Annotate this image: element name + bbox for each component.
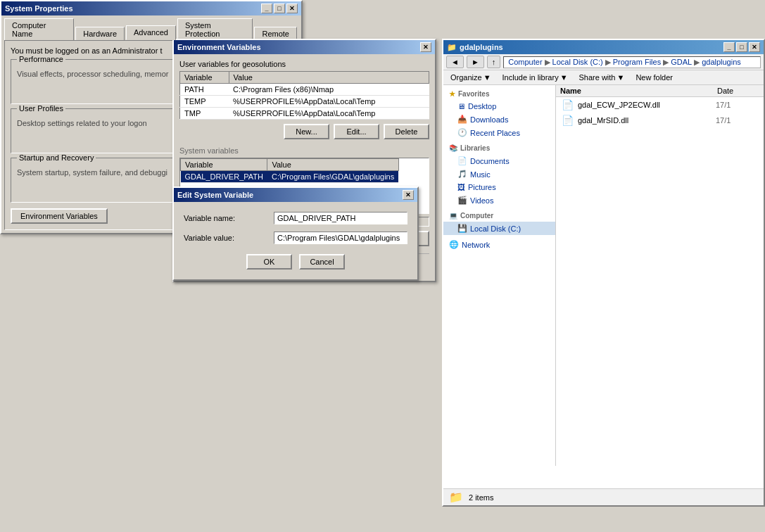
breadcrumb-gdalplugins[interactable]: gdalplugins — [702, 58, 741, 66]
file-list-header: Name Date — [556, 85, 764, 97]
var-value-input[interactable] — [274, 232, 407, 244]
environment-variables-button[interactable]: Environment Variables — [11, 208, 108, 224]
system-props-title: System Properties — [5, 4, 73, 13]
file-item-0[interactable]: 📄 gdal_ECW_JP2ECW.dll 17/1 — [556, 97, 764, 113]
explorer-body: ★ Favorites 🖥 Desktop 📥 Downloads 🕐 Rece… — [443, 85, 764, 466]
file-name-1: gdal_MrSID.dll — [578, 116, 716, 125]
var-name-label: Variable name: — [184, 214, 268, 222]
performance-label: Performance — [17, 55, 65, 63]
tab-advanced[interactable]: Advanced — [126, 25, 176, 40]
sys-var-value-selected: C:\Program Files\GDAL\gdalplugins — [267, 171, 398, 183]
var-name-1: TEMP — [180, 96, 229, 108]
nav-desktop[interactable]: 🖥 Desktop — [443, 100, 555, 113]
explorer-minimize-button[interactable]: _ — [723, 42, 735, 52]
explorer-maximize-button[interactable]: □ — [736, 42, 747, 52]
env-vars-titlebar: Environment Variables ✕ — [174, 40, 435, 54]
var-name-2: TMP — [180, 108, 229, 120]
library-icon: 📚 — [449, 144, 457, 152]
nav-downloads[interactable]: 📥 Downloads — [443, 113, 555, 126]
share-with-button[interactable]: Share with ▼ — [576, 72, 628, 82]
edit-sysvar-close-button[interactable]: ✕ — [403, 190, 414, 200]
computer-header: 💻 Computer — [443, 210, 555, 222]
include-library-button[interactable]: Include in library ▼ — [500, 72, 571, 82]
recent-icon: 🕐 — [457, 128, 467, 137]
sys-var-row-selected[interactable]: GDAL_DRIVER_PATH C:\Program Files\GDAL\g… — [181, 171, 399, 183]
breadcrumb-sep4: ▶ — [694, 58, 700, 67]
var-row-1[interactable]: TEMP %USERPROFILE%\AppData\Local\Temp — [180, 96, 429, 108]
new-user-var-button[interactable]: New... — [284, 124, 329, 139]
nav-network[interactable]: 🌐 Network — [443, 238, 555, 251]
computer-icon: 💻 — [449, 212, 457, 220]
breadcrumb-progfiles[interactable]: Program Files — [613, 58, 661, 66]
delete-user-var-button[interactable]: Delete — [384, 124, 429, 139]
system-props-titlebar: System Properties _ □ ✕ — [1, 1, 301, 15]
tab-bar: Computer Name Hardware Advanced System P… — [1, 15, 301, 40]
col-date-header[interactable]: Date — [717, 87, 759, 95]
organize-button[interactable]: Organize ▼ — [448, 72, 494, 82]
startup-label: Startup and Recovery — [17, 153, 96, 162]
dll-icon-0: 📄 — [562, 99, 574, 110]
explorer-close-button[interactable]: ✕ — [749, 42, 760, 52]
sys-vars-label: System variables — [179, 146, 429, 155]
libraries-header: 📚 Libraries — [443, 142, 555, 154]
navigation-pane: ★ Favorites 🖥 Desktop 📥 Downloads 🕐 Rece… — [443, 85, 556, 466]
dll-icon-1: 📄 — [562, 115, 574, 126]
var-name-input[interactable] — [274, 212, 407, 224]
edit-sysvar-title: Edit System Variable — [177, 191, 253, 199]
explorer-window: 📁 gdalplugins _ □ ✕ ◄ ► ↑ Computer ▶ Loc… — [442, 39, 765, 507]
nav-music[interactable]: 🎵 Music — [443, 167, 555, 181]
edit-sysvar-cancel-button[interactable]: Cancel — [299, 254, 345, 270]
close-button[interactable]: ✕ — [286, 4, 298, 13]
var-value-1: %USERPROFILE%\AppData\Local\Temp — [229, 96, 429, 108]
new-folder-button[interactable]: New folder — [633, 72, 676, 82]
share-dropdown-icon: ▼ — [617, 73, 625, 82]
user-vars-label: User variables for geosolutions — [179, 60, 429, 68]
edit-system-variable-dialog: Edit System Variable ✕ Variable name: Va… — [172, 186, 419, 281]
nav-recent-places[interactable]: 🕐 Recent Places — [443, 126, 555, 139]
maximize-button[interactable]: □ — [274, 4, 285, 13]
tab-hardware[interactable]: Hardware — [75, 27, 125, 40]
status-bar: 📁 2 items — [443, 488, 764, 505]
var-name-0: PATH — [180, 84, 229, 96]
downloads-icon: 📥 — [457, 115, 467, 124]
breadcrumb-localdisk[interactable]: Local Disk (C:) — [552, 58, 603, 66]
status-folder-icon: 📁 — [449, 490, 463, 504]
col-name-header[interactable]: Name — [560, 87, 717, 95]
breadcrumb-computer[interactable]: Computer — [508, 58, 542, 66]
file-date-1: 17/1 — [716, 116, 758, 125]
tab-system-protection[interactable]: System Protection — [177, 18, 253, 40]
nav-pictures[interactable]: 🖼 Pictures — [443, 181, 555, 194]
var-value-0: C:\Program Files (x86)\Nmap — [229, 84, 429, 96]
nav-local-disk[interactable]: 💾 Local Disk (C:) — [443, 222, 555, 235]
file-item-1[interactable]: 📄 gdal_MrSID.dll 17/1 — [556, 113, 764, 128]
breadcrumb-sep3: ▶ — [663, 58, 669, 67]
col-value-header: Value — [229, 72, 429, 84]
env-vars-title: Environment Variables — [177, 43, 261, 51]
nav-videos[interactable]: 🎬 Videos — [443, 194, 555, 207]
address-bar[interactable]: Computer ▶ Local Disk (C:) ▶ Program Fil… — [503, 56, 761, 68]
back-button[interactable]: ◄ — [446, 56, 464, 68]
env-close-button[interactable]: ✕ — [420, 42, 431, 52]
desktop-icon: 🖥 — [457, 102, 465, 110]
breadcrumb-sep2: ▶ — [605, 58, 611, 67]
edit-sysvar-ok-button[interactable]: OK — [246, 254, 292, 270]
disk-icon: 💾 — [457, 224, 467, 233]
breadcrumb-gdal[interactable]: GDAL — [671, 58, 692, 66]
minimize-button[interactable]: _ — [261, 4, 272, 13]
user-vars-table: Variable Value PATH C:\Program Files (x8… — [179, 71, 429, 120]
edit-user-var-button[interactable]: Edit... — [334, 124, 379, 139]
pictures-icon: 🖼 — [457, 183, 465, 191]
sys-var-name-selected: GDAL_DRIVER_PATH — [181, 171, 267, 183]
forward-button[interactable]: ► — [467, 56, 484, 68]
var-row-0[interactable]: PATH C:\Program Files (x86)\Nmap — [180, 84, 429, 96]
include-dropdown-icon: ▼ — [560, 73, 568, 82]
user-profiles-label: User Profiles — [17, 104, 65, 113]
var-row-2[interactable]: TMP %USERPROFILE%\AppData\Local\Temp — [180, 108, 429, 120]
up-button[interactable]: ↑ — [487, 56, 501, 68]
var-value-label: Variable value: — [184, 234, 268, 242]
tab-computer-name[interactable]: Computer Name — [4, 18, 74, 40]
sys-col-variable-header: Variable — [181, 159, 267, 171]
music-icon: 🎵 — [457, 170, 467, 179]
network-icon: 🌐 — [449, 240, 459, 249]
nav-documents[interactable]: 📄 Documents — [443, 154, 555, 167]
